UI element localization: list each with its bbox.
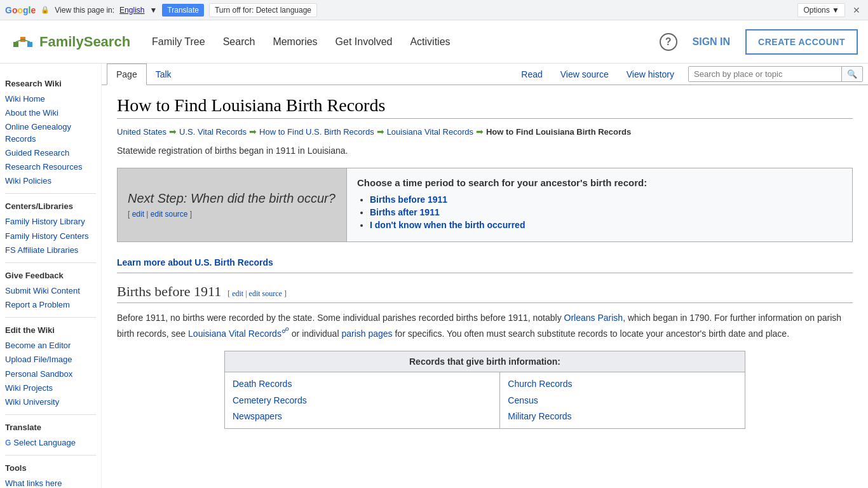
article: How to Find Louisiana Birth Records Unit… <box>102 85 868 439</box>
sidebar-item-guided-research[interactable]: Guided Research <box>5 146 96 160</box>
table-row: Death Records Cemetery Records Newspaper… <box>225 372 745 429</box>
lock-icon: 🔒 <box>41 6 50 14</box>
section1-edit-link[interactable]: edit <box>232 289 243 298</box>
lang-arrow: ▼ <box>149 6 157 15</box>
tab-view-history[interactable]: View history <box>618 64 683 85</box>
sidebar-section-tools: Tools <box>5 463 96 473</box>
tab-talk[interactable]: Talk <box>147 64 180 85</box>
sidebar-item-wiki-policies[interactable]: Wiki Policies <box>5 174 96 188</box>
church-records-link[interactable]: Church Records <box>508 376 737 392</box>
sidebar-item-about-wiki[interactable]: About the Wiki <box>5 106 96 120</box>
infobox-title: Next Step: When did the birth occur? <box>128 191 336 206</box>
sidebar-item-family-history-library[interactable]: Family History Library <box>5 215 96 229</box>
google-g-icon: G <box>5 438 11 447</box>
translate-bar: Google 🔒 View this page in: English ▼ Tr… <box>0 0 868 20</box>
records-col1: Death Records Cemetery Records Newspaper… <box>225 372 500 429</box>
infobox: Next Step: When did the birth occur? [ e… <box>117 168 853 242</box>
section1-heading: Births before 1911 [ edit | edit source … <box>117 283 853 303</box>
list-item: Births before 1911 <box>370 194 842 205</box>
tab-actions: Read View source View history 🔍 <box>512 64 868 85</box>
tab-read[interactable]: Read <box>512 64 551 85</box>
infobox-edit-link[interactable]: edit <box>132 210 144 219</box>
sidebar-item-online-genealogy[interactable]: Online Genealogy Records <box>5 120 96 146</box>
infobox-options: Births before 1911 Births after 1911 I d… <box>357 194 842 230</box>
logo-text: FamilySearch <box>39 34 130 50</box>
records-col2: Church Records Census Military Records <box>500 372 745 429</box>
turnoff-button[interactable]: Turn off for: Detect language <box>209 3 317 17</box>
breadcrumb-us-birth[interactable]: How to Find U.S. Birth Records <box>259 127 374 137</box>
sidebar-item-upload-file[interactable]: Upload File/Image <box>5 353 96 367</box>
nav-activities[interactable]: Activities <box>401 20 459 64</box>
infobox-right-title: Choose a time period to search for your … <box>357 177 842 188</box>
breadcrumb-louisiana-vital[interactable]: Louisiana Vital Records <box>387 127 473 137</box>
svg-rect-2 <box>27 42 32 47</box>
site-logo[interactable]: FamilySearch <box>10 29 130 55</box>
language-link[interactable]: English <box>119 6 144 15</box>
nav-memories[interactable]: Memories <box>264 20 326 64</box>
translate-button[interactable]: Translate <box>162 4 204 17</box>
births-after-1911-link[interactable]: Births after 1911 <box>370 207 440 217</box>
section1-edit-source-link[interactable]: edit source <box>249 289 282 298</box>
tab-bar: Page Talk Read View source View history … <box>102 64 868 85</box>
breadcrumb: United States ➡ U.S. Vital Records ➡ How… <box>117 126 853 137</box>
sidebar-item-wiki-projects[interactable]: Wiki Projects <box>5 381 96 395</box>
svg-rect-0 <box>13 42 18 47</box>
close-translate-button[interactable]: ✕ <box>850 5 863 15</box>
dont-know-link[interactable]: I don't know when the birth occurred <box>370 220 525 230</box>
article-intro: Statewide registration of births began i… <box>117 144 853 158</box>
logo-icon <box>10 29 36 55</box>
wiki-search-input[interactable] <box>689 67 841 81</box>
main-navigation: Family Tree Search Memories Get Involved… <box>143 20 659 64</box>
sidebar-item-report-problem[interactable]: Report a Problem <box>5 298 96 312</box>
sidebar-item-wiki-home[interactable]: Wiki Home <box>5 92 96 106</box>
list-item: Births after 1911 <box>370 207 842 217</box>
breadcrumb-arrow-2: ➡ <box>249 126 257 137</box>
wiki-search-box: 🔍 <box>688 66 863 82</box>
sidebar-item-family-history-centers[interactable]: Family History Centers <box>5 229 96 243</box>
sidebar-item-submit-wiki[interactable]: Submit Wiki Content <box>5 284 96 298</box>
sign-in-button[interactable]: SIGN IN <box>685 32 738 51</box>
infobox-left: Next Step: When did the birth occur? [ e… <box>118 168 346 241</box>
main-content: Page Talk Read View source View history … <box>102 64 868 488</box>
infobox-edit-source-link[interactable]: edit source <box>151 210 188 219</box>
orleans-parish-link[interactable]: Orleans Parish <box>564 313 623 323</box>
sidebar-item-become-editor[interactable]: Become an Editor <box>5 339 96 353</box>
records-table: Records that give birth information: Dea… <box>224 351 745 429</box>
content-wrapper: Research Wiki Wiki Home About the Wiki O… <box>0 64 868 488</box>
sidebar-section-feedback: Give Feedback <box>5 271 96 280</box>
nav-get-involved[interactable]: Get Involved <box>327 20 402 64</box>
options-button[interactable]: Options ▼ <box>797 3 845 17</box>
create-account-button[interactable]: CREATE ACCOUNT <box>745 29 858 55</box>
sidebar-item-wiki-university[interactable]: Wiki University <box>5 395 96 409</box>
military-records-link[interactable]: Military Records <box>508 409 737 424</box>
sidebar-item-research-resources[interactable]: Research Resources <box>5 160 96 174</box>
sidebar-item-what-links[interactable]: What links here <box>5 477 96 488</box>
sidebar-section-research-wiki: Research Wiki <box>5 79 96 88</box>
sidebar-item-personal-sandbox[interactable]: Personal Sandbox <box>5 367 96 381</box>
header-actions: ? SIGN IN CREATE ACCOUNT <box>660 29 858 55</box>
records-table-header: Records that give birth information: <box>225 351 745 372</box>
learn-more-link[interactable]: Learn more about U.S. Birth Records <box>117 252 853 273</box>
parish-pages-link[interactable]: parish pages <box>341 329 392 339</box>
wiki-search-button[interactable]: 🔍 <box>841 67 862 81</box>
sidebar-select-language[interactable]: Select Language <box>13 436 76 450</box>
tab-view-source[interactable]: View source <box>552 64 618 85</box>
sidebar-item-fs-affiliate[interactable]: FS Affiliate Libraries <box>5 243 96 257</box>
nav-family-tree[interactable]: Family Tree <box>143 20 214 64</box>
infobox-edit-links: [ edit | edit source ] <box>128 210 192 219</box>
breadcrumb-current: How to Find Louisiana Birth Records <box>486 127 631 137</box>
births-before-1911-link[interactable]: Births before 1911 <box>370 194 447 205</box>
view-page-label: View this page in: <box>55 6 114 15</box>
cemetery-records-link[interactable]: Cemetery Records <box>233 393 492 409</box>
breadcrumb-vital-records[interactable]: U.S. Vital Records <box>179 127 247 137</box>
louisiana-vital-records-link[interactable]: Louisiana Vital Records☍ <box>188 329 289 339</box>
tab-page[interactable]: Page <box>107 64 147 85</box>
newspapers-link[interactable]: Newspapers <box>233 409 492 424</box>
census-link[interactable]: Census <box>508 393 737 409</box>
breadcrumb-us[interactable]: United States <box>117 127 166 137</box>
infobox-right: Choose a time period to search for your … <box>346 168 852 241</box>
death-records-link[interactable]: Death Records <box>233 376 492 392</box>
nav-search[interactable]: Search <box>214 20 264 64</box>
help-icon[interactable]: ? <box>660 33 677 51</box>
list-item: I don't know when the birth occurred <box>370 220 842 230</box>
